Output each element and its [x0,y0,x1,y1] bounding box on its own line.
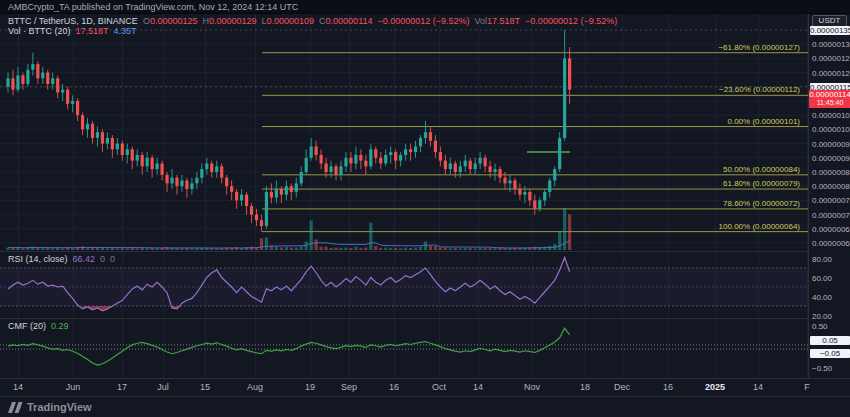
legend-segment: O [143,16,150,26]
cmf-band-label: −0.05 [810,349,850,358]
volume-legend-row[interactable]: Vol · BTTC (20)17.518T4.35T [8,26,137,36]
tradingview-published-chart: AMBCrypto_TA published on TradingView.co… [0,0,850,417]
price-tick-label: 0.00000090 [812,154,850,163]
fib-label: 78.60% (0.00000072) [723,199,800,208]
tradingview-logo-icon [8,402,23,413]
chart-canvas[interactable]: −61.80% (0.00000127)−23.60% (0.00000112)… [0,0,850,417]
time-tick-label: Aug [247,382,263,392]
footer-bar: TradingView [0,396,850,417]
time-tick-label: 15 [200,382,210,392]
fib-label: 50.00% (0.00000084) [723,165,800,174]
fib-label: −23.60% (0.00000112) [719,85,800,94]
cmf-tick-label: −0.50 [812,364,832,373]
price-level-label: 0.00000135 [810,26,850,35]
tradingview-logo[interactable]: TradingView [8,401,92,413]
legend-segment: −0.00000012 (−9.52%) [377,16,469,26]
price-tick-label: 0.00000060 [812,239,850,248]
legend-segment: BTTC / TetherUS, 1D, BINANCE [8,16,138,26]
legend-segment: 0.00000109 [267,16,315,26]
price-tick-label: 0.00000120 [812,69,850,78]
fib-label: 0.00% (0.00000101) [728,117,801,126]
price-tick-label: 0.00000070 [812,211,850,220]
gridlines [0,14,808,378]
legend-segment: 17.518T [487,16,520,26]
price-tick-label: 0.00000095 [812,140,850,149]
fib-label: 100.00% (0.00000064) [719,222,801,231]
legend-segment: 17.518T [76,26,109,36]
symbol-legend-row[interactable]: BTTC / TetherUS, 1D, BINANCEO0.00000125H… [8,16,617,26]
price-tick-label: 0.00000105 [812,111,850,120]
price-tick-label: 0.00000100 [812,125,850,134]
price-tick-label: 0.00000080 [812,182,850,191]
time-tick-label: Dec [614,382,630,392]
time-tick-label: 14 [13,382,23,392]
legend-segment: 0.00000129 [209,16,257,26]
cmf-band-label: 0.05 [810,336,850,345]
cmf-legend-row[interactable]: CMF (20)0.29 [8,321,69,331]
volume-ma-line [8,241,570,248]
price-axis[interactable]: USDT 0.000001300.000001250.000001200.000… [808,14,850,396]
rsi-tick-label: 40.00 [812,293,832,302]
time-tick-label: 16 [663,382,673,392]
cmf-line [8,328,570,365]
price-tick-label: 0.00000065 [812,225,850,234]
time-tick-label: 19 [305,382,315,392]
rsi-legend-row[interactable]: RSI (14, close)66.4200 [8,254,115,264]
time-tick-label: 14 [753,382,763,392]
rsi-tick-label: 20.00 [812,312,832,321]
time-tick-label: 14 [473,382,483,392]
price-tick-label: 0.00000075 [812,196,850,205]
attribution-text: AMBCrypto_TA published on TradingView.co… [8,2,298,12]
price-tick-label: 0.00000130 [812,40,850,49]
time-tick-label: Jul [157,382,169,392]
legend-segment: 4.35T [114,26,137,36]
brand-label: TradingView [27,401,92,413]
price-tick-label: 0.00000085 [812,168,850,177]
time-tick-label: Sep [341,382,357,392]
legend-segment: 0 [110,254,115,264]
fib-label: −61.80% (0.00000127) [718,43,800,52]
legend-segment: 0.00000125 [150,16,198,26]
time-tick-label: 2025 [705,382,725,392]
rsi-tick-label: 80.00 [812,255,832,264]
legend-segment: RSI (14, close) [8,254,68,264]
rsi-tick-label: 60.00 [812,274,832,283]
attribution-bar: AMBCrypto_TA published on TradingView.co… [0,0,850,14]
legend-segment: Vol · BTTC (20) [8,26,71,36]
time-tick-label: Oct [432,382,446,392]
last-price-label: 0.0000011411:45:40 [809,90,850,108]
price-tick-label: 0.00000125 [812,54,850,63]
time-tick-label: 18 [580,382,590,392]
legend-segment: 0.00000114 [326,16,373,26]
time-tick-label: F [804,382,810,392]
candles [6,30,571,232]
time-axis[interactable]: 14Jun17Jul15Aug19Sep16Oct14Nov18Dec16202… [0,378,850,397]
time-tick-label: Nov [524,382,540,392]
legend-segment: 66.42 [73,254,96,264]
fib-label: 61.80% (0.00000079) [723,179,800,188]
legend-segment: 0 [100,254,105,264]
legend-segment: CMF (20) [8,321,46,331]
time-tick-label: Jun [66,382,81,392]
legend-segment: Vol [475,16,488,26]
legend-segment: 0.29 [51,321,69,331]
legend-segment: −0.00000012 (−9.52%) [525,16,617,26]
time-tick-label: 17 [117,382,127,392]
time-tick-label: 16 [389,382,399,392]
cmf-tick-label: 0.50 [812,322,828,331]
